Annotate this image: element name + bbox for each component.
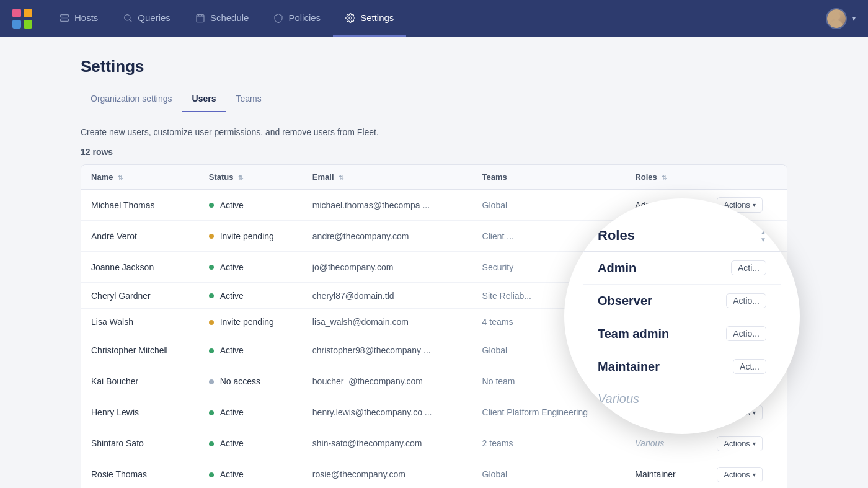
sort-email-icon: ⇅ xyxy=(339,174,343,181)
role-row: Observer Actio... xyxy=(583,285,781,317)
role-action-button[interactable]: Actio... xyxy=(726,326,766,341)
status-label: Active xyxy=(220,262,244,272)
role-row: Maintainer Act... xyxy=(583,350,781,383)
nav-item-policies[interactable]: Policies xyxy=(261,0,333,37)
chevron-down-icon: ▾ xyxy=(753,440,756,447)
nav-item-schedule[interactable]: Schedule xyxy=(183,0,262,37)
sort-name-icon: ⇅ xyxy=(118,174,123,181)
status-label: Active xyxy=(220,291,244,301)
status-label: Invite pending xyxy=(220,231,274,241)
status-label: Active xyxy=(220,470,244,480)
role-action-button[interactable]: Acti... xyxy=(731,260,766,275)
svg-point-11 xyxy=(833,12,840,20)
tab-org-settings[interactable]: Organization settings xyxy=(81,89,182,112)
role-row: Team admin Actio... xyxy=(583,317,781,350)
status-dot xyxy=(209,472,214,477)
sort-roles-icon: ⇅ xyxy=(662,174,666,181)
cell-email: lisa_walsh@domain.com xyxy=(303,309,472,335)
role-name: Observer xyxy=(598,294,652,308)
roles-circle-magnifier: Roles ▲ ▼ Admin Acti... Observer Actio..… xyxy=(564,198,800,434)
svg-point-2 xyxy=(61,16,62,16)
actions-button[interactable]: Actions ▾ xyxy=(717,467,763,482)
status-dot xyxy=(209,265,214,270)
nav-item-hosts[interactable]: Hosts xyxy=(47,0,110,37)
role-action-button[interactable]: Actio... xyxy=(726,293,766,308)
status-label: Active xyxy=(220,408,244,418)
col-status[interactable]: Status ⇅ xyxy=(199,165,303,190)
cell-status: Active xyxy=(199,397,303,428)
cell-name: Michael Thomas xyxy=(81,190,199,221)
user-menu-caret[interactable]: ▾ xyxy=(852,14,856,23)
cell-name: Kai Boucher xyxy=(81,366,199,397)
roles-panel: Roles ▲ ▼ Admin Acti... Observer Actio..… xyxy=(583,218,781,415)
status-label: Active xyxy=(220,200,244,210)
col-name[interactable]: Name ⇅ xyxy=(81,165,199,190)
top-navigation: Hosts Queries Schedule Policies xyxy=(0,0,868,37)
status-label: Active xyxy=(220,346,244,356)
cell-name: Christopher Mitchell xyxy=(81,335,199,366)
search-icon xyxy=(123,13,133,23)
status-dot xyxy=(209,234,214,239)
roles-dropdown-container: Roles ▲ ▼ Admin Acti... Observer Actio..… xyxy=(564,198,800,434)
status-label: Invite pending xyxy=(220,317,274,327)
server-icon xyxy=(60,13,69,23)
cell-email: christopher98@thecompany ... xyxy=(303,335,472,366)
role-row: Various xyxy=(583,383,781,415)
avatar-image xyxy=(827,9,846,28)
col-roles[interactable]: Roles ⇅ xyxy=(625,165,707,190)
cell-email: henry.lewis@thecompany.co ... xyxy=(303,397,472,428)
status-dot xyxy=(209,379,214,384)
svg-point-10 xyxy=(349,17,352,19)
col-email[interactable]: Email ⇅ xyxy=(303,165,472,190)
roles-sort-icon[interactable]: ▲ ▼ xyxy=(760,229,766,243)
actions-button[interactable]: Actions ▾ xyxy=(717,436,763,451)
tab-teams[interactable]: Teams xyxy=(226,89,271,112)
cell-status: Invite pending xyxy=(199,309,303,335)
role-name: Admin xyxy=(598,261,636,275)
cell-email: rosie@thecompany.com xyxy=(303,459,472,488)
cell-email: michael.thomas@thecompa ... xyxy=(303,190,472,221)
tab-users[interactable]: Users xyxy=(182,89,226,112)
cell-email: jo@thecompany.com xyxy=(303,252,472,283)
chevron-down-icon: ▾ xyxy=(753,471,756,478)
user-avatar[interactable] xyxy=(826,8,847,29)
status-dot xyxy=(209,320,214,325)
svg-point-4 xyxy=(125,14,130,20)
role-name: Team admin xyxy=(598,327,669,341)
svg-point-3 xyxy=(61,19,62,20)
role-name: Various xyxy=(598,392,639,406)
fleet-logo[interactable] xyxy=(12,9,32,29)
roles-list: Admin Acti... Observer Actio... Team adm… xyxy=(583,252,781,415)
status-dot xyxy=(209,410,214,415)
cell-name: Henry Lewis xyxy=(81,397,199,428)
cell-status: Active xyxy=(199,252,303,283)
page-container: Settings Organization settings Users Tea… xyxy=(56,37,812,488)
row-count: 12 rows xyxy=(81,147,787,157)
cell-status: Invite pending xyxy=(199,221,303,252)
cell-status: Active xyxy=(199,283,303,309)
calendar-icon xyxy=(195,13,205,23)
tab-bar: Organization settings Users Teams xyxy=(81,89,787,112)
status-dot xyxy=(209,348,214,353)
status-label: No access xyxy=(220,377,260,387)
cell-actions: Actions ▾ xyxy=(707,459,787,488)
cell-email: shin-sato@thecompany.com xyxy=(303,428,472,459)
nav-item-queries[interactable]: Queries xyxy=(110,0,183,37)
role-name: Maintainer xyxy=(598,360,660,374)
cell-name: Rosie Thomas xyxy=(81,459,199,488)
nav-item-settings[interactable]: Settings xyxy=(333,0,406,37)
status-dot xyxy=(209,203,214,208)
nav-items: Hosts Queries Schedule Policies xyxy=(47,0,826,37)
cell-name: Lisa Walsh xyxy=(81,309,199,335)
page-title: Settings xyxy=(81,57,787,76)
cell-name: Shintaro Sato xyxy=(81,428,199,459)
cell-name: Joanne Jackson xyxy=(81,252,199,283)
svg-point-12 xyxy=(830,20,842,29)
status-dot xyxy=(209,441,214,446)
role-row: Admin Acti... xyxy=(583,252,781,285)
role-action-button[interactable]: Act... xyxy=(733,359,766,374)
cell-status: No access xyxy=(199,366,303,397)
col-teams: Teams xyxy=(472,165,626,190)
status-dot xyxy=(209,293,214,298)
cell-email: andre@thecompany.com xyxy=(303,221,472,252)
